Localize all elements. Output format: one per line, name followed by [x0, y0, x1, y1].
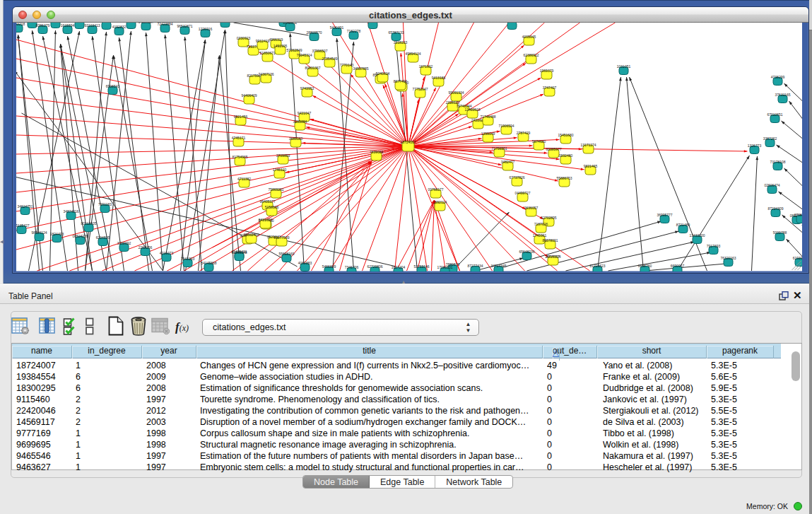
svg-text:9636057: 9636057 [524, 206, 538, 210]
svg-text:62386922: 62386922 [523, 53, 539, 57]
svg-text:5466889: 5466889 [322, 264, 336, 269]
svg-text:73178108: 73178108 [770, 160, 785, 164]
svg-text:2787429: 2787429 [516, 131, 530, 135]
svg-text:28809570: 28809570 [306, 30, 322, 35]
svg-text:54145868: 54145868 [201, 261, 216, 265]
svg-text:0932480: 0932480 [558, 153, 572, 158]
svg-text:34714345: 34714345 [490, 264, 506, 268]
svg-text:4316117: 4316117 [546, 255, 559, 259]
svg-text:0330923: 0330923 [236, 36, 250, 40]
svg-text:77752047: 77752047 [412, 87, 428, 91]
svg-text:3482477: 3482477 [500, 160, 514, 164]
svg-text:57262849: 57262849 [286, 48, 302, 52]
svg-text:8148932: 8148932 [283, 23, 297, 25]
svg-text:1627204: 1627204 [391, 265, 405, 269]
svg-text:1745961: 1745961 [532, 233, 546, 238]
svg-text:37996507: 37996507 [312, 49, 327, 53]
svg-text:1615594: 1615594 [60, 23, 74, 28]
svg-text:55886753: 55886753 [556, 176, 572, 180]
svg-text:34957885: 34957885 [353, 66, 368, 71]
svg-text:81754965: 81754965 [232, 155, 247, 159]
svg-text:81177589: 81177589 [273, 235, 289, 240]
svg-text:7187026: 7187026 [534, 222, 548, 226]
svg-text:71756551: 71756551 [491, 146, 507, 151]
svg-text:8677496: 8677496 [393, 79, 407, 83]
svg-text:1226916: 1226916 [198, 27, 212, 31]
svg-text:98084124: 98084124 [31, 230, 47, 235]
svg-text:3285884: 3285884 [293, 119, 307, 124]
svg-text:60385977: 60385977 [546, 147, 561, 151]
svg-text:4711382: 4711382 [237, 177, 250, 181]
svg-text:7346706: 7346706 [344, 265, 358, 269]
svg-text:37631165: 37631165 [775, 93, 790, 97]
svg-text:65787133: 65787133 [388, 30, 404, 35]
svg-text:76320163: 76320163 [720, 256, 736, 260]
svg-text:13433200: 13433200 [689, 233, 705, 238]
svg-text:8708317: 8708317 [794, 213, 802, 217]
svg-text:13493618: 13493618 [464, 107, 480, 112]
svg-text:65648236: 65648236 [519, 250, 534, 254]
svg-text:02606474: 02606474 [764, 183, 779, 187]
svg-text:1824493: 1824493 [49, 232, 64, 236]
svg-text:55698169: 55698169 [278, 252, 294, 256]
svg-text:1746120: 1746120 [272, 168, 286, 172]
svg-text:5009788: 5009788 [772, 230, 787, 235]
svg-text:13171274: 13171274 [580, 143, 596, 147]
svg-text:80831367: 80831367 [305, 66, 320, 70]
svg-text:6204505: 6204505 [95, 235, 110, 240]
svg-text:00766177: 00766177 [428, 187, 443, 192]
svg-text:3747407: 3747407 [542, 86, 556, 90]
svg-text:96405377: 96405377 [259, 199, 275, 204]
svg-text:7543303: 7543303 [180, 257, 194, 261]
svg-text:1031051: 1031051 [616, 64, 630, 69]
svg-text:9521456: 9521456 [233, 115, 247, 119]
svg-text:3685160: 3685160 [288, 136, 302, 141]
svg-text:5098393: 5098393 [505, 23, 519, 23]
svg-text:76945314: 76945314 [296, 53, 312, 57]
svg-text:74367136: 74367136 [258, 72, 273, 76]
svg-text:71906594: 71906594 [498, 124, 514, 128]
svg-text:9413186: 9413186 [431, 76, 445, 80]
svg-text:62729806: 62729806 [367, 264, 382, 269]
svg-text:39502402: 39502402 [243, 233, 259, 237]
svg-text:18724007: 18724007 [400, 140, 416, 144]
svg-text:72423884: 72423884 [157, 23, 172, 26]
svg-text:61595148: 61595148 [231, 250, 247, 255]
svg-text:27354549: 27354549 [322, 57, 337, 61]
svg-text:3518233: 3518233 [393, 40, 407, 45]
svg-text:00524278: 00524278 [72, 234, 88, 238]
svg-text:8421020: 8421020 [258, 218, 272, 222]
svg-text:86578091: 86578091 [542, 238, 558, 243]
svg-text:6475255: 6475255 [99, 23, 113, 23]
svg-text:5430391: 5430391 [329, 25, 343, 30]
svg-text:17080531: 17080531 [437, 265, 452, 269]
svg-text:9743953: 9743953 [300, 86, 314, 90]
svg-text:8721489: 8721489 [676, 223, 690, 227]
svg-text:2260256: 2260256 [138, 245, 152, 250]
svg-text:1671902: 1671902 [418, 64, 433, 69]
svg-text:62702895: 62702895 [541, 216, 556, 220]
svg-text:9821465: 9821465 [583, 164, 597, 168]
svg-text:7917693: 7917693 [706, 244, 720, 248]
svg-text:4005045: 4005045 [522, 35, 536, 39]
svg-text:4738299: 4738299 [770, 75, 784, 79]
svg-text:15451680: 15451680 [558, 133, 573, 137]
svg-text:0433218: 0433218 [16, 23, 25, 26]
svg-text:1399049: 1399049 [481, 132, 495, 136]
svg-text:6193990: 6193990 [792, 256, 802, 260]
svg-text:5240824: 5240824 [375, 71, 389, 76]
svg-text:67010651: 67010651 [767, 112, 782, 117]
svg-text:6658760: 6658760 [637, 264, 652, 268]
svg-text:67737826: 67737826 [509, 175, 524, 180]
svg-text:25135427: 25135427 [16, 223, 30, 228]
svg-text:9912419: 9912419 [255, 39, 269, 43]
svg-text:80112805: 80112805 [81, 221, 96, 226]
svg-text:1491905: 1491905 [273, 44, 287, 48]
svg-text:7182278: 7182278 [346, 29, 360, 33]
svg-text:7991183: 7991183 [98, 202, 111, 206]
svg-text:34874016: 34874016 [63, 209, 78, 214]
svg-text:51850671: 51850671 [259, 51, 275, 55]
svg-text:87277434: 87277434 [467, 264, 483, 268]
svg-text:7770143: 7770143 [339, 63, 353, 67]
svg-text:4060883: 4060883 [298, 261, 312, 265]
